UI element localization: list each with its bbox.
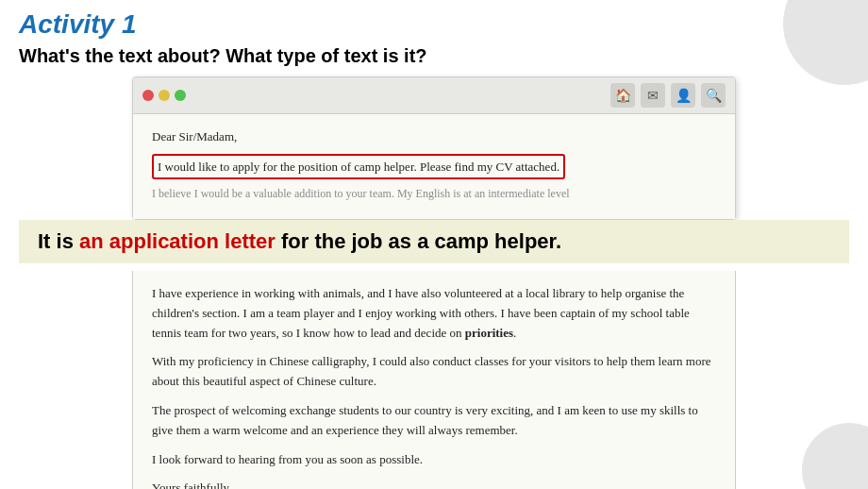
letter-para-1: I have experience in working with animal… [152,284,716,343]
browser-icons: 🏠 ✉ 👤 🔍 [610,83,726,108]
browser-toolbar: 🏠 ✉ 👤 🔍 [133,77,735,114]
bold-priorities: priorities [465,326,513,340]
highlighted-sentence: I would like to apply for the position o… [152,154,565,180]
letter-top-body: Dear Sir/Madam, I would like to apply fo… [133,114,735,219]
person-icon[interactable]: 👤 [671,83,695,108]
letter-para-3: The prospect of welcoming exchange stude… [152,401,716,441]
dot-yellow[interactable] [159,90,170,101]
answer-highlight: an application letter [79,229,275,253]
answer-text: It is an application letter for the job … [38,229,561,253]
letter-para-2: With my proficiency in Chinese calligrap… [152,352,716,392]
activity-title: Activity 1 [19,9,849,40]
letter-para-4: I look forward to hearing from you as so… [152,450,716,470]
browser-window: 🏠 ✉ 👤 🔍 Dear Sir/Madam, I would like to … [132,76,736,220]
dot-green[interactable] [175,90,186,101]
salutation: Dear Sir/Madam, [152,127,716,146]
faded-line: I believe I would be a valuable addition… [152,185,716,202]
home-icon[interactable]: 🏠 [610,83,635,108]
letter-closing: Yours faithfully, [152,479,716,489]
browser-dots [142,90,186,101]
search-icon[interactable]: 🔍 [701,83,726,108]
lower-letter: I have experience in working with animal… [132,271,736,489]
dot-red[interactable] [142,90,154,101]
email-icon[interactable]: ✉ [641,83,665,108]
activity-question: What's the text about? What type of text… [19,45,849,67]
answer-banner: It is an application letter for the job … [19,220,849,263]
